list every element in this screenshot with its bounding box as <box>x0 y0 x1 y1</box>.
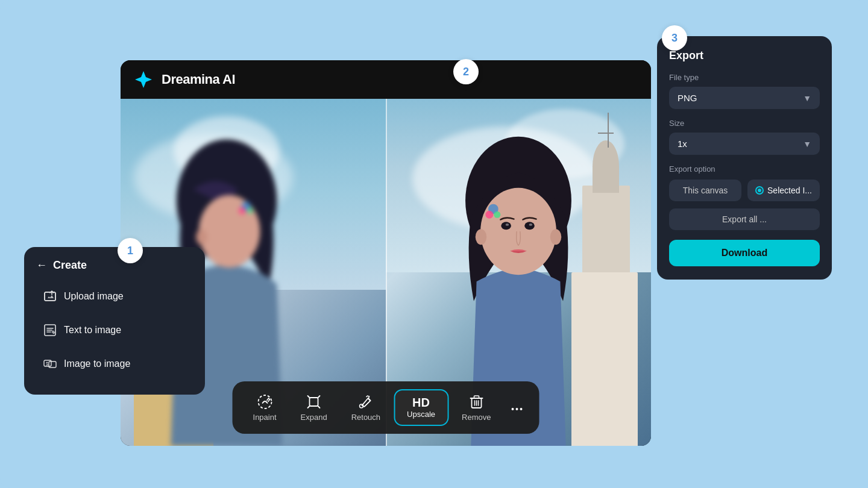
more-tool[interactable] <box>504 398 529 418</box>
svg-point-18 <box>494 211 500 217</box>
svg-point-15 <box>550 229 562 245</box>
text-to-image-item[interactable]: Text to image <box>34 315 195 345</box>
export-all-button[interactable]: Export all ... <box>669 208 820 230</box>
svg-point-5 <box>239 207 245 214</box>
svg-point-11 <box>506 224 509 226</box>
more-icon <box>511 408 522 410</box>
upload-image-item[interactable]: Upload image <box>34 281 195 311</box>
size-value: 1x <box>678 139 687 149</box>
step-3-bubble: 3 <box>662 25 687 51</box>
remove-label: Remove <box>462 413 491 422</box>
size-arrow-icon: ▼ <box>803 139 811 149</box>
remove-icon <box>468 393 485 410</box>
svg-point-17 <box>485 210 493 218</box>
export-title: Export <box>669 49 820 62</box>
app-title: Dreamina AI <box>162 72 235 87</box>
expand-label: Expand <box>301 413 327 422</box>
file-type-label: File type <box>669 73 820 82</box>
back-icon[interactable]: ← <box>36 259 47 272</box>
size-label: Size <box>669 119 820 128</box>
export-option-label: Export option <box>669 164 820 174</box>
image-to-image-label: Image to image <box>64 358 130 369</box>
create-panel: ← Create Upload image Text to image Imag… <box>24 247 205 395</box>
export-option-buttons: This canvas Selected I... <box>669 180 820 201</box>
size-select[interactable]: 1x ▼ <box>669 133 820 155</box>
upload-image-label: Upload image <box>64 291 124 302</box>
svg-rect-20 <box>310 398 318 406</box>
expand-icon <box>306 393 322 410</box>
svg-point-12 <box>524 222 535 230</box>
step-1-bubble: 1 <box>118 238 143 263</box>
file-type-arrow-icon: ▼ <box>803 93 811 103</box>
download-button[interactable]: Download <box>669 240 820 266</box>
retouch-tool[interactable]: Retouch <box>341 389 391 427</box>
export-panel: Export File type PNG ▼ Size 1x ▼ Export … <box>657 36 832 280</box>
inpaint-label: Inpaint <box>253 413 277 422</box>
svg-point-14 <box>476 229 487 245</box>
svg-point-3 <box>196 229 207 245</box>
hd-label: HD <box>412 396 430 408</box>
this-canvas-button[interactable]: This canvas <box>669 180 741 201</box>
svg-rect-25 <box>45 292 55 301</box>
create-title: Create <box>53 259 87 272</box>
svg-point-29 <box>46 362 48 364</box>
remove-tool[interactable]: Remove <box>451 389 502 427</box>
hd-upscale-tool[interactable]: HD Upscale <box>394 389 448 426</box>
svg-point-10 <box>501 222 511 230</box>
radio-selected-icon <box>755 186 764 195</box>
svg-point-2 <box>199 195 260 267</box>
text-to-image-label: Text to image <box>64 325 121 336</box>
upload-image-icon <box>43 290 57 303</box>
retouch-label: Retouch <box>351 413 380 422</box>
svg-point-6 <box>247 208 253 213</box>
file-type-select[interactable]: PNG ▼ <box>669 87 820 109</box>
step-2-bubble: 2 <box>453 59 479 84</box>
inpaint-icon <box>256 393 273 410</box>
svg-rect-24 <box>45 292 55 301</box>
selected-image-label: Selected I... <box>767 186 812 195</box>
create-panel-header: ← Create <box>34 259 195 272</box>
size-select-row: 1x ▼ <box>669 133 820 155</box>
file-type-value: PNG <box>678 93 697 103</box>
svg-point-13 <box>529 224 533 226</box>
file-type-select-row: PNG ▼ <box>669 87 820 109</box>
svg-point-9 <box>480 187 556 274</box>
upscale-label: Upscale <box>407 410 435 419</box>
selected-image-button[interactable]: Selected I... <box>747 180 820 201</box>
text-to-image-icon <box>43 324 57 337</box>
svg-point-19 <box>258 395 271 408</box>
image-to-image-item[interactable]: Image to image <box>34 349 195 379</box>
svg-rect-23 <box>474 396 479 398</box>
expand-tool[interactable]: Expand <box>290 389 338 427</box>
app-logo-icon <box>133 69 154 90</box>
retouch-icon <box>357 393 374 410</box>
toolbar: Inpaint Expand Retouch <box>233 381 539 434</box>
inpaint-tool[interactable]: Inpaint <box>242 389 288 427</box>
app-header: Dreamina AI <box>121 60 651 99</box>
image-to-image-icon <box>43 357 57 371</box>
